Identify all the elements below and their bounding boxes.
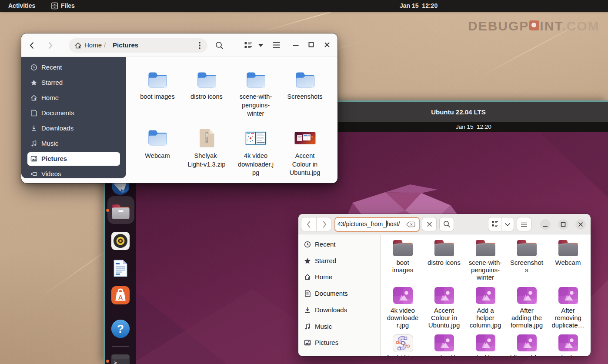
- svg-text:A: A: [118, 294, 123, 301]
- svg-text:>_: >_: [114, 361, 120, 364]
- svg-text:?: ?: [117, 322, 124, 335]
